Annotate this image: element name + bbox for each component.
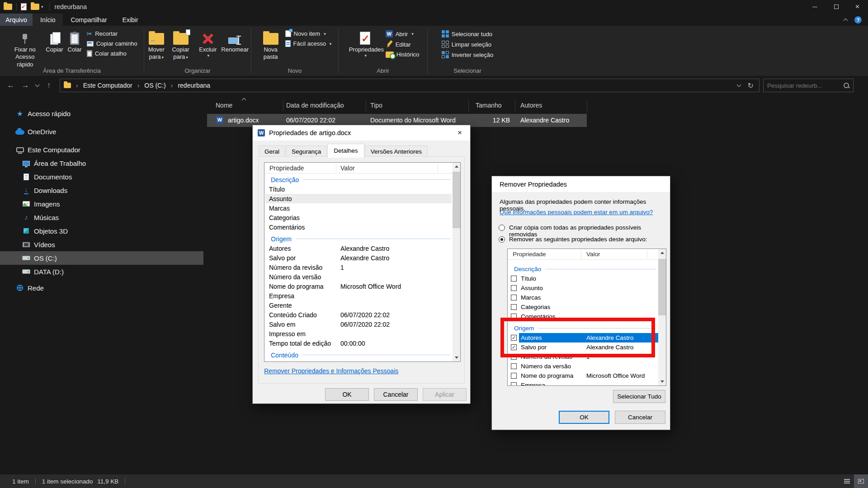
properties-button[interactable]: Propriedades ▾ bbox=[347, 27, 384, 60]
column-header-tipo[interactable]: Tipo bbox=[370, 102, 382, 109]
checkbox-assunto[interactable] bbox=[511, 285, 517, 291]
sidebar-item-imagens[interactable]: Imagens bbox=[0, 197, 203, 211]
history-button[interactable]: Histórico bbox=[386, 51, 420, 58]
breadcrumb-item-redeurbana[interactable]: redeurbana bbox=[178, 82, 210, 89]
checkbox-marcas[interactable] bbox=[511, 295, 517, 300]
breadcrumb[interactable]: › Este Computador › OS (C:) › redeurbana… bbox=[60, 79, 760, 92]
cancel-button[interactable]: Cancelar bbox=[374, 388, 418, 401]
scrollbar-thumb[interactable] bbox=[453, 172, 460, 228]
rm-row-titulo[interactable]: Título bbox=[508, 274, 666, 283]
edit-button[interactable]: Editar bbox=[386, 41, 420, 48]
close-button[interactable]: × bbox=[847, 0, 868, 14]
minimize-button[interactable] bbox=[804, 0, 826, 14]
paste-shortcut-button[interactable]: Colar atalho bbox=[87, 50, 137, 57]
refresh-icon[interactable]: ↻ bbox=[748, 81, 754, 90]
tab-exibir[interactable]: Exibir bbox=[115, 14, 146, 26]
property-row-assunto[interactable]: Assunto bbox=[264, 194, 460, 203]
scroll-down-button[interactable] bbox=[658, 378, 666, 385]
column-header-autores[interactable]: Autores bbox=[520, 102, 542, 109]
tab-compartilhar[interactable]: Compartilhar bbox=[63, 14, 114, 26]
rm-row-nome-programa[interactable]: Nome do programaMicrosoft Office Word bbox=[508, 371, 666, 380]
sidebar-item-data-d[interactable]: DATA (D:) bbox=[0, 265, 203, 278]
open-button[interactable]: W Abrir ▾ bbox=[386, 30, 420, 38]
column-header-data[interactable]: Data de modificação bbox=[286, 102, 344, 109]
qat-properties-icon[interactable] bbox=[21, 3, 27, 10]
close-button[interactable]: × bbox=[449, 125, 470, 141]
rm-row-categorias[interactable]: Categorias bbox=[508, 302, 666, 312]
property-row-comentarios[interactable]: Comentários bbox=[264, 222, 460, 232]
sidebar-item-musicas[interactable]: ♪ Músicas bbox=[0, 211, 203, 224]
select-all-button[interactable]: Selecionar Tudo bbox=[613, 390, 665, 403]
property-row-marcas[interactable]: Marcas bbox=[264, 203, 460, 213]
sidebar-item-downloads[interactable]: ↓ Downloads bbox=[0, 183, 203, 197]
recent-locations-button[interactable] bbox=[33, 83, 42, 88]
personal-info-link[interactable]: Que informações pessoais podem estar em … bbox=[500, 209, 653, 216]
scrollbar[interactable] bbox=[453, 163, 460, 361]
address-dropdown-icon[interactable] bbox=[736, 83, 741, 87]
maximize-button[interactable] bbox=[826, 0, 847, 14]
property-row-nome-programa[interactable]: Nome do programaMicrosoft Office Word bbox=[264, 282, 460, 291]
radio-remove-selected-label[interactable]: Remover as seguintes propriedades deste … bbox=[509, 236, 647, 243]
property-row-empresa[interactable]: Empresa bbox=[264, 291, 460, 300]
property-row-gerente[interactable]: Gerente bbox=[264, 300, 460, 310]
move-to-button[interactable]: ← Mover para▾ bbox=[144, 27, 169, 62]
sidebar-item-os-c[interactable]: OS (C:) bbox=[0, 251, 203, 265]
rm-row-numero-versao[interactable]: Número da versão bbox=[508, 361, 666, 371]
breadcrumb-item-este-computador[interactable]: Este Computador bbox=[83, 82, 132, 89]
scroll-up-button[interactable] bbox=[453, 163, 460, 170]
rename-button[interactable]: Renomear bbox=[219, 27, 251, 55]
sidebar-item-rede[interactable]: Rede bbox=[0, 281, 203, 295]
property-row-numero-versao[interactable]: Número da versão bbox=[264, 272, 460, 282]
sidebar-item-objetos-3d[interactable]: Objetos 3D bbox=[0, 224, 203, 238]
sidebar-item-videos[interactable]: Vídeos bbox=[0, 238, 203, 251]
cancel-button[interactable]: Cancelar bbox=[615, 411, 665, 424]
sidebar-item-este-computador[interactable]: Este Computador bbox=[0, 143, 203, 156]
cut-button[interactable]: ✂ Recortar bbox=[87, 30, 137, 37]
collapse-ribbon-icon[interactable] bbox=[844, 19, 848, 23]
tab-seguranca[interactable]: Segurança bbox=[286, 145, 327, 158]
property-row-tempo-edicao[interactable]: Tempo total de edição00:00:00 bbox=[264, 338, 460, 348]
tab-geral[interactable]: Geral bbox=[259, 145, 285, 158]
checkbox-titulo[interactable] bbox=[511, 276, 517, 282]
checkbox-empresa[interactable] bbox=[511, 382, 517, 386]
tab-inicio[interactable]: Início bbox=[33, 14, 63, 26]
property-row-impresso-em[interactable]: Impresso em bbox=[264, 329, 460, 338]
scrollbar[interactable] bbox=[658, 249, 666, 385]
invert-selection-button[interactable]: Inverter seleção bbox=[442, 51, 494, 58]
property-row-salvo-em[interactable]: Salvo em06/07/2020 22:02 bbox=[264, 319, 460, 329]
rm-row-marcas[interactable]: Marcas bbox=[508, 293, 666, 302]
property-row-autores[interactable]: AutoresAlexandre Castro bbox=[264, 244, 460, 253]
checkbox-categorias[interactable] bbox=[511, 304, 517, 310]
search-input[interactable] bbox=[767, 82, 843, 89]
easy-access-button[interactable]: Fácil acesso ▾ bbox=[285, 40, 332, 47]
breadcrumb-item-os-c[interactable]: OS (C:) bbox=[144, 82, 165, 89]
checkbox-nome-programa[interactable] bbox=[511, 373, 517, 379]
delete-button[interactable]: Excluir ▾ bbox=[197, 27, 219, 60]
copy-button[interactable]: Copiar bbox=[43, 27, 65, 55]
sidebar-item-acesso-rapido[interactable]: ★ Acesso rápido bbox=[0, 107, 203, 120]
apply-button[interactable]: Aplicar bbox=[423, 388, 467, 401]
ok-button[interactable]: OK bbox=[559, 411, 609, 424]
qat-new-folder-icon[interactable] bbox=[31, 4, 39, 10]
sidebar-item-onedrive[interactable]: OneDrive bbox=[0, 125, 203, 138]
checkbox-numero-versao[interactable] bbox=[511, 363, 517, 369]
search-icon[interactable] bbox=[843, 82, 849, 89]
tab-arquivo[interactable]: Arquivo bbox=[0, 14, 33, 26]
pin-quick-access-button[interactable]: Fixar no Acesso rápido bbox=[6, 27, 43, 70]
up-button[interactable]: ↑ bbox=[42, 81, 56, 90]
column-header-nome[interactable]: Nome bbox=[216, 102, 232, 109]
rm-row-empresa[interactable]: Empresa bbox=[508, 380, 666, 386]
radio-create-copy[interactable] bbox=[499, 225, 505, 231]
sidebar-item-area-de-trabalho[interactable]: Área de Trabalho bbox=[0, 156, 203, 170]
scrollbar-thumb[interactable] bbox=[658, 259, 666, 315]
select-all-button[interactable]: Selecionar tudo bbox=[442, 30, 494, 38]
help-icon[interactable]: ? bbox=[854, 16, 862, 23]
copy-to-button[interactable]: Copiar para▾ bbox=[169, 27, 193, 62]
details-view-button[interactable] bbox=[840, 474, 854, 488]
column-header-tamanho[interactable]: Tamanho bbox=[476, 102, 502, 109]
qat-customize-caret-icon[interactable]: ▾ bbox=[41, 5, 43, 9]
scroll-down-button[interactable] bbox=[453, 354, 460, 361]
forward-button[interactable]: → bbox=[18, 81, 33, 90]
sidebar-item-documentos[interactable]: Documentos bbox=[0, 170, 203, 183]
copy-path-button[interactable]: Copiar caminho bbox=[87, 40, 137, 47]
